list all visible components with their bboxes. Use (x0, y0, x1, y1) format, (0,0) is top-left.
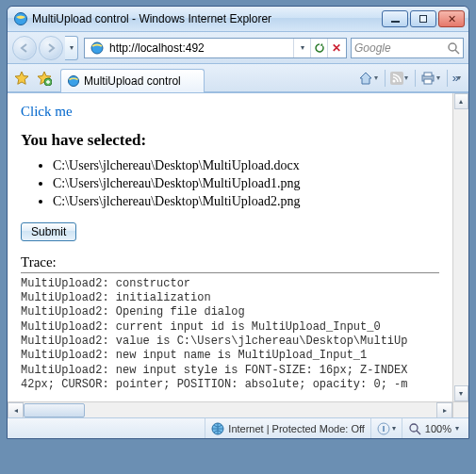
title-bar: MultiUpload control - Windows Internet E… (8, 7, 468, 32)
favorites-button[interactable] (11, 68, 32, 89)
scroll-up-button[interactable]: ▴ (454, 93, 468, 109)
browser-window: MultiUpload control - Windows Internet E… (7, 6, 469, 439)
svg-rect-9 (424, 73, 432, 76)
svg-point-5 (69, 75, 79, 86)
back-button[interactable] (12, 36, 37, 60)
search-icon (447, 41, 460, 55)
scroll-down-button[interactable]: ▾ (454, 385, 468, 401)
svg-point-14 (410, 424, 418, 432)
forward-button[interactable] (39, 36, 63, 60)
address-bar: ▾ ✕ (84, 38, 347, 58)
window-buttons: ✕ (380, 10, 465, 27)
window-title: MultiUpload control - Windows Internet E… (32, 12, 380, 25)
trace-output: MultiUpload2: constructor MultiUpload2: … (21, 277, 439, 393)
address-dropdown[interactable]: ▾ (293, 39, 310, 57)
command-menu-button[interactable]: »▾ (451, 68, 463, 89)
svg-rect-13 (383, 426, 385, 432)
privacy-indicator[interactable]: ▾ (371, 418, 402, 438)
scroll-thumb[interactable] (24, 403, 85, 417)
viewport: Click me You have selected: C:\Users\jlc… (8, 92, 468, 417)
svg-point-7 (392, 79, 395, 82)
command-bar: MultiUpload control ▾ ▾ ▾ »▾ (8, 64, 468, 92)
recent-pages-dropdown[interactable]: ▾ (65, 36, 78, 60)
search-placeholder: Google (354, 41, 391, 55)
tab-label: MultiUpload control (84, 74, 181, 88)
url-input[interactable] (107, 40, 293, 57)
list-item: C:\Users\jlchereau\Desktop\MultiUpload2.… (53, 193, 439, 211)
selected-heading: You have selected: (21, 131, 439, 150)
minimize-button[interactable] (382, 10, 408, 27)
stop-button[interactable]: ✕ (327, 39, 344, 57)
maximize-button[interactable] (410, 10, 436, 27)
home-button[interactable]: ▾ (356, 68, 380, 89)
scroll-right-button[interactable]: ▸ (436, 402, 452, 418)
feeds-button[interactable]: ▾ (388, 68, 410, 89)
trace-label: Trace: (21, 254, 439, 270)
scroll-left-button[interactable]: ◂ (8, 402, 24, 418)
list-item: C:\Users\jlchereau\Desktop\MultiUpload.d… (53, 157, 439, 175)
click-me-link[interactable]: Click me (21, 104, 73, 119)
list-item: C:\Users\jlchereau\Desktop\MultiUpload1.… (53, 175, 439, 193)
page-icon (90, 41, 105, 56)
tab-favicon (67, 74, 80, 88)
globe-icon (211, 422, 224, 435)
svg-point-2 (449, 43, 456, 51)
svg-line-3 (455, 50, 459, 54)
svg-line-15 (417, 431, 420, 434)
page-content: Click me You have selected: C:\Users\jlc… (8, 93, 452, 401)
print-button[interactable]: ▾ (419, 68, 442, 89)
svg-rect-10 (424, 79, 432, 84)
ie-icon (13, 11, 28, 26)
divider (21, 272, 439, 273)
refresh-button[interactable] (310, 39, 327, 57)
status-bar: Internet | Protected Mode: Off ▾ 100% ▾ (8, 417, 468, 438)
zoom-control[interactable]: 100% ▾ (402, 418, 465, 438)
zoom-value: 100% (425, 423, 451, 434)
zone-text: Internet | Protected Mode: Off (228, 423, 365, 434)
submit-button[interactable]: Submit (21, 222, 76, 241)
search-box[interactable]: Google (351, 38, 464, 58)
scroll-corner (452, 401, 468, 417)
active-tab[interactable]: MultiUpload control (60, 69, 205, 92)
close-button[interactable]: ✕ (438, 10, 465, 27)
horizontal-scrollbar[interactable]: ◂ ▸ (8, 401, 452, 417)
zoom-icon (408, 422, 421, 435)
file-list: C:\Users\jlchereau\Desktop\MultiUpload.d… (21, 157, 439, 211)
nav-bar: ▾ ▾ ✕ Google (8, 32, 468, 64)
vertical-scrollbar[interactable]: ▴ ▾ (452, 93, 468, 401)
add-favorite-button[interactable] (34, 68, 55, 89)
security-zone[interactable]: Internet | Protected Mode: Off (205, 418, 371, 438)
